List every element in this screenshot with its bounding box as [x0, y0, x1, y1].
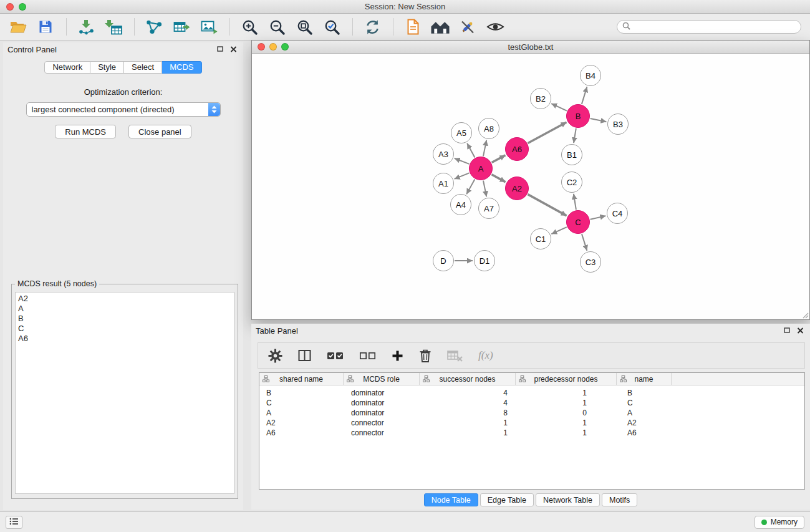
edge-A-A3[interactable] — [455, 158, 470, 164]
mcds-result-item[interactable]: B — [18, 314, 231, 324]
optimization-criterion-dropdown[interactable]: largest connected component (directed) — [26, 102, 221, 117]
network-zoom-button[interactable] — [281, 43, 289, 51]
tab-network-table[interactable]: Network Table — [536, 493, 600, 506]
table-row[interactable]: A6connector11A6 — [259, 428, 804, 438]
node-C1[interactable]: C1 — [530, 228, 551, 249]
task-history-button[interactable] — [6, 516, 22, 529]
table-row[interactable]: Cdominator41C — [259, 398, 804, 408]
network-canvas[interactable]: B4B2BB3A5A8A6B1A3AC2A1A2A4A7CC4C1C3DD1 — [252, 54, 809, 319]
unselect-all-icon[interactable] — [359, 351, 376, 361]
edge-C-C2[interactable] — [574, 194, 576, 210]
search-input[interactable] — [634, 22, 796, 31]
node-B3[interactable]: B3 — [607, 114, 629, 135]
edge-A6-B[interactable] — [528, 122, 567, 143]
column-header-shared-name[interactable]: shared name — [259, 373, 344, 385]
node-A1[interactable]: A1 — [433, 173, 454, 194]
edge-B-B3[interactable] — [591, 118, 607, 122]
column-header-mcds-role[interactable]: MCDS role — [344, 373, 420, 385]
import-network-icon[interactable] — [77, 17, 95, 36]
zoom-fit-icon[interactable] — [295, 17, 314, 36]
node-D[interactable]: D — [433, 250, 454, 271]
zoom-out-icon[interactable] — [268, 17, 286, 36]
clipboard-icon[interactable] — [403, 17, 422, 36]
edge-C-C3[interactable] — [582, 234, 587, 251]
refresh-icon[interactable] — [363, 17, 382, 36]
close-panel-button[interactable]: Close panel — [128, 125, 191, 138]
table-row[interactable]: A2connector11A2 — [259, 418, 804, 428]
new-network-icon[interactable] — [145, 17, 163, 36]
delete-icon[interactable] — [419, 349, 432, 363]
tab-node-table[interactable]: Node Table — [424, 493, 478, 506]
float-panel-icon[interactable] — [215, 44, 226, 54]
network-window-titlebar[interactable]: testGlobe.txt — [252, 41, 809, 54]
column-header-name[interactable]: name — [617, 373, 672, 385]
eye-icon[interactable] — [486, 17, 504, 36]
edge-A-A4[interactable] — [466, 180, 475, 195]
node-C2[interactable]: C2 — [561, 172, 582, 193]
float-table-panel-icon[interactable] — [782, 326, 793, 336]
tab-mcds[interactable]: MCDS — [162, 61, 201, 74]
zoom-window-button[interactable] — [19, 3, 26, 11]
tab-network[interactable]: Network — [44, 61, 90, 74]
edge-A-A2[interactable] — [492, 175, 506, 182]
node-A4[interactable]: A4 — [450, 194, 471, 215]
export-image-icon[interactable] — [200, 17, 218, 36]
edge-A-A1[interactable] — [455, 173, 470, 179]
homes-icon[interactable] — [431, 17, 450, 36]
edge-B-B2[interactable] — [551, 104, 567, 111]
node-A7[interactable]: A7 — [478, 198, 499, 219]
node-C[interactable]: C — [566, 210, 590, 234]
mcds-result-item[interactable]: C — [18, 324, 231, 334]
settings-gear-icon[interactable] — [268, 349, 282, 363]
import-table-icon[interactable] — [104, 17, 123, 36]
resize-grip-icon[interactable] — [801, 311, 809, 319]
split-pane-icon[interactable] — [298, 349, 311, 362]
memory-button[interactable]: Memory — [755, 516, 804, 529]
edge-A-A6[interactable] — [492, 155, 506, 163]
open-file-icon[interactable] — [9, 17, 27, 36]
edge-A-A8[interactable] — [483, 140, 486, 157]
node-C3[interactable]: C3 — [580, 251, 601, 273]
node-B1[interactable]: B1 — [561, 144, 582, 165]
tab-motifs[interactable]: Motifs — [602, 493, 637, 506]
node-A6[interactable]: A6 — [505, 137, 529, 161]
export-table-icon[interactable] — [172, 17, 191, 36]
mcds-result-list[interactable]: A2ABCA6 — [15, 292, 234, 494]
mcds-result-item[interactable]: A — [18, 304, 231, 314]
tab-select[interactable]: Select — [124, 61, 162, 74]
node-A5[interactable]: A5 — [451, 122, 472, 143]
tab-style[interactable]: Style — [90, 61, 124, 74]
node-B2[interactable]: B2 — [530, 88, 551, 109]
close-window-button[interactable] — [6, 3, 14, 11]
close-table-panel-icon[interactable] — [795, 326, 806, 336]
close-panel-icon[interactable] — [228, 44, 239, 54]
zoom-selected-icon[interactable] — [322, 17, 341, 36]
edge-B-B1[interactable] — [574, 128, 576, 143]
node-A8[interactable]: A8 — [478, 118, 499, 139]
edge-C-C1[interactable] — [551, 227, 566, 234]
add-icon[interactable] — [392, 350, 403, 362]
node-B[interactable]: B — [566, 104, 590, 128]
edge-C-C4[interactable] — [591, 216, 606, 220]
node-A[interactable]: A — [469, 157, 493, 180]
mcds-result-item[interactable]: A2 — [18, 294, 231, 304]
edge-A-A7[interactable] — [483, 181, 486, 197]
edge-A2-C[interactable] — [528, 195, 567, 216]
save-session-icon[interactable] — [36, 17, 55, 36]
graphics-details-icon[interactable] — [458, 17, 477, 36]
network-minimize-button[interactable] — [269, 43, 277, 51]
edge-B-B4[interactable] — [582, 87, 587, 104]
table-row[interactable]: Bdominator41B — [259, 388, 804, 398]
node-A2[interactable]: A2 — [505, 177, 529, 200]
edge-A-A5[interactable] — [467, 143, 475, 158]
tab-edge-table[interactable]: Edge Table — [480, 493, 534, 506]
table-row[interactable]: Adominator80A — [259, 408, 804, 418]
network-close-button[interactable] — [258, 43, 265, 51]
node-C4[interactable]: C4 — [607, 203, 628, 224]
select-all-icon[interactable] — [327, 351, 344, 361]
column-header-successor-nodes[interactable]: successor nodes — [420, 373, 516, 385]
zoom-in-icon[interactable] — [240, 17, 259, 36]
column-header-predecessor-nodes[interactable]: predecessor nodes — [516, 373, 617, 385]
mcds-result-item[interactable]: A6 — [18, 334, 231, 344]
run-mcds-button[interactable]: Run MCDS — [55, 125, 116, 138]
